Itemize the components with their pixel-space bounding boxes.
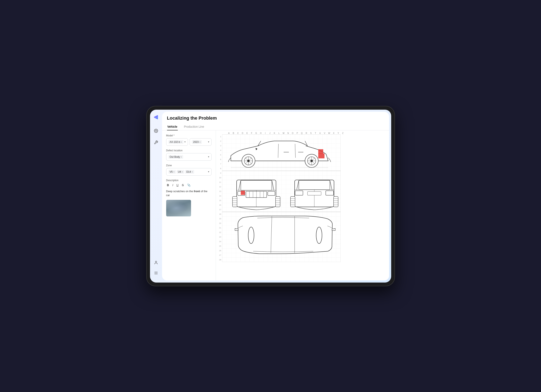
defect-marker-2[interactable] xyxy=(318,153,324,158)
user-icon xyxy=(154,261,158,265)
settings-icon xyxy=(154,129,158,133)
col-J: J xyxy=(268,132,272,134)
row-5: 5 xyxy=(218,152,222,157)
svg-rect-44 xyxy=(233,197,237,207)
row-25: 25 xyxy=(218,244,222,248)
model-select[interactable]: AX-102-b × ▾ xyxy=(166,138,188,146)
col-K: K xyxy=(272,132,277,134)
row-27: 27 xyxy=(218,253,222,257)
tab-vehicle[interactable]: Vehicle xyxy=(167,123,178,131)
underline-button[interactable]: U xyxy=(176,183,179,187)
scratch-photo xyxy=(166,200,191,216)
page-title: Localizing the Problem xyxy=(167,115,384,121)
col-V: V xyxy=(323,132,327,134)
menu-icon-btn[interactable] xyxy=(152,269,160,277)
defect-marker-1[interactable] xyxy=(318,149,323,154)
logo-area: ⫷ xyxy=(151,113,161,122)
defect-location-label: Defect location xyxy=(166,149,212,152)
model-chevron: ▾ xyxy=(184,141,186,143)
svg-rect-37 xyxy=(268,191,275,195)
defect-location-tag: Out Body × xyxy=(168,155,183,159)
zone-tag-u4: U4 × xyxy=(177,170,184,174)
grid-body: 1 2 3 4 5 6 7 8 9 10 11 xyxy=(218,134,345,262)
col-W: W xyxy=(327,132,332,134)
defect-location-select[interactable]: Out Body × ▾ xyxy=(166,153,212,161)
attach-button[interactable]: 📎 xyxy=(186,183,192,187)
row-numbers: 1 2 3 4 5 6 7 8 9 10 11 xyxy=(218,134,222,262)
car-diagrams-svg xyxy=(222,134,341,262)
row-4: 4 xyxy=(218,148,222,152)
remove-model-tag-1[interactable]: × xyxy=(181,141,182,143)
row-9: 9 xyxy=(218,171,222,175)
row-11: 11 xyxy=(218,180,222,184)
tools-icon-btn[interactable] xyxy=(152,139,160,146)
svg-rect-62 xyxy=(307,192,321,195)
row-8: 8 xyxy=(218,166,222,171)
model-field-group: Model * AX-102-b × ▾ xyxy=(166,134,212,146)
remove-zone-v5[interactable]: × xyxy=(173,171,174,173)
col-X: X xyxy=(332,132,336,134)
description-toolbar: B I U S 📎 xyxy=(166,183,212,187)
col-E: E xyxy=(245,132,250,134)
user-icon-btn[interactable] xyxy=(152,259,160,266)
row-21: 21 xyxy=(218,225,222,230)
description-section: Description B I U S 📎 Deep scratches on … xyxy=(166,179,212,216)
row-2: 2 xyxy=(218,139,222,143)
zone-tag-v5: V5 × xyxy=(168,170,176,174)
row-24: 24 xyxy=(218,239,222,244)
zone-select[interactable]: V5 × U4 × D14 × ▾ xyxy=(166,168,212,176)
col-N: N xyxy=(286,132,291,134)
svg-rect-32 xyxy=(241,180,272,190)
svg-rect-45 xyxy=(276,197,280,207)
remove-defect-tag[interactable]: × xyxy=(181,156,182,158)
italic-button[interactable]: I xyxy=(172,183,174,187)
zone-label: Zone xyxy=(166,164,212,167)
row-15: 15 xyxy=(218,198,222,203)
attachment-image[interactable] xyxy=(166,200,191,216)
row-14: 14 xyxy=(218,194,222,198)
model-row: AX-102-b × ▾ 2023 × ▾ xyxy=(166,138,212,146)
defect-marker-3[interactable] xyxy=(241,191,245,195)
zone-field-group: Zone V5 × U4 × D14 xyxy=(166,164,212,176)
remove-zone-u4[interactable]: × xyxy=(182,171,183,173)
svg-rect-61 xyxy=(326,191,333,195)
year-chevron: ▾ xyxy=(208,141,209,143)
row-10: 10 xyxy=(218,175,222,180)
row-3: 3 xyxy=(218,143,222,148)
row-20: 20 xyxy=(218,221,222,225)
tab-production-line[interactable]: Production Line xyxy=(184,123,204,131)
tools-icon xyxy=(154,140,158,145)
col-C: C xyxy=(236,132,240,134)
grid-container: A B C D E F G H I J K L M xyxy=(218,132,345,262)
col-B: B xyxy=(231,132,236,134)
row-13: 13 xyxy=(218,189,222,194)
menu-icon xyxy=(154,271,158,275)
form-panel: Model * AX-102-b × ▾ xyxy=(162,131,216,281)
car-top-view xyxy=(235,216,335,254)
description-label: Description xyxy=(166,179,212,182)
top-header: Localizing the Problem Vehicle Productio… xyxy=(162,112,389,131)
diagram-panel[interactable]: A B C D E F G H I J K L M xyxy=(216,131,389,281)
row-7: 7 xyxy=(218,162,222,166)
year-tag: 2023 × xyxy=(192,140,202,144)
grid-column-headers: A B C D E F G H I J K L M xyxy=(218,132,345,134)
zone-chevron: ▾ xyxy=(208,170,209,173)
remove-zone-d14[interactable]: × xyxy=(192,171,193,173)
col-R: R xyxy=(304,132,309,134)
year-select[interactable]: 2023 × ▾ xyxy=(190,138,212,146)
row-26: 26 xyxy=(218,248,222,253)
model-tag-1: AX-102-b × xyxy=(168,140,183,144)
device-screen: ⫷ xyxy=(150,110,391,282)
row-16: 16 xyxy=(218,203,222,207)
col-L: L xyxy=(277,132,281,134)
strikethrough-button[interactable]: S xyxy=(181,183,185,187)
remove-year-tag[interactable]: × xyxy=(199,141,201,143)
col-Y: Y xyxy=(336,132,341,134)
sidebar: ⫷ xyxy=(150,110,162,282)
settings-icon-btn[interactable] xyxy=(152,127,160,135)
col-U: U xyxy=(318,132,323,134)
row-22: 22 xyxy=(218,230,222,235)
car-diagram-area[interactable] xyxy=(222,134,342,262)
app-logo: ⫷ xyxy=(153,114,159,121)
bold-button[interactable]: B xyxy=(166,183,170,187)
